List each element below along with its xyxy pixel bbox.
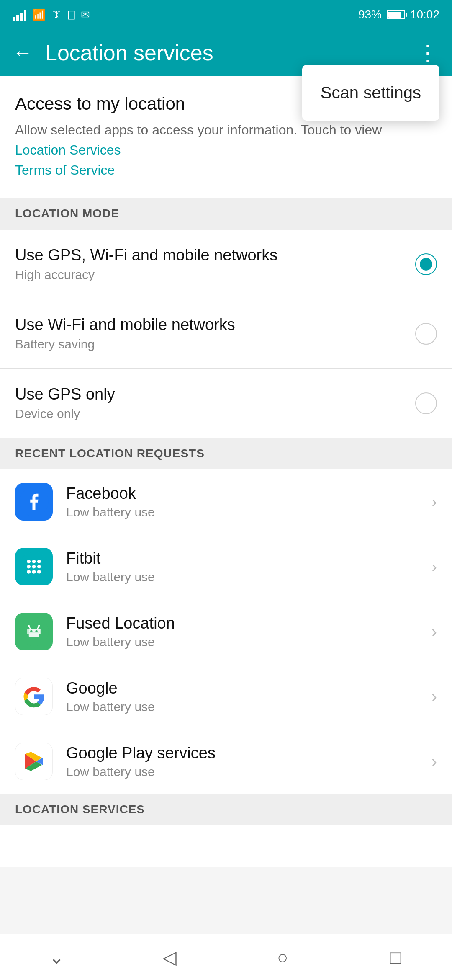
mode-subtitle: Device only (15, 407, 115, 421)
terms-of-service-link[interactable]: Terms of Service (15, 162, 115, 178)
list-item[interactable]: Google Play services Low battery use › (0, 729, 452, 794)
location-mode-item[interactable]: Use Wi-Fi and mobile networks Battery sa… (0, 299, 452, 369)
signal-icon (13, 9, 26, 21)
location-mode-item[interactable]: Use GPS, Wi-Fi and mobile networks High … (0, 230, 452, 299)
chevron-right-icon: › (431, 557, 437, 576)
app-info: Facebook Low battery use (66, 485, 431, 519)
wifi-icon: 📶 (32, 8, 46, 21)
app-battery: Low battery use (66, 700, 431, 714)
app-info: Google Play services Low battery use (66, 744, 431, 779)
scan-settings-menu-item[interactable]: Scan settings (302, 69, 439, 116)
app-name: Fitbit (66, 549, 431, 567)
location-mode-header: Location Mode (0, 198, 452, 230)
battery-icon (387, 10, 405, 19)
back-icon: ◁ (162, 946, 177, 968)
app-battery: Low battery use (66, 505, 431, 519)
google-play-icon (15, 743, 53, 780)
svg-point-2 (27, 560, 31, 563)
app-bar-left: ← Location services (13, 40, 213, 65)
fitbit-icon (15, 548, 53, 585)
recent-requests-header: Recent Location Requests (0, 438, 452, 469)
access-location-description: Allow selected apps to access your infor… (15, 120, 387, 180)
app-battery: Low battery use (66, 765, 431, 779)
app-name: Fused Location (66, 614, 431, 632)
svg-point-14 (28, 625, 30, 627)
fused-icon (15, 613, 53, 650)
home-icon: ○ (277, 947, 288, 968)
nav-down-button[interactable]: ⌄ (0, 934, 113, 980)
footer-spacer (0, 825, 452, 867)
app-name: Google Play services (66, 744, 431, 762)
recent-icon: □ (390, 947, 401, 968)
mail-icon: ✉ (81, 8, 90, 21)
list-item[interactable]: Google Low battery use › (0, 664, 452, 729)
list-item[interactable]: Facebook Low battery use › (0, 469, 452, 534)
clock: 10:02 (410, 8, 439, 21)
status-bar-right: 93% 10:02 (358, 8, 439, 21)
app-battery: Low battery use (66, 635, 431, 649)
chevron-right-icon: › (431, 687, 437, 706)
mode-text: Use GPS, Wi-Fi and mobile networks High … (15, 246, 277, 282)
app-info: Fused Location Low battery use (66, 614, 431, 649)
app-name: Google (66, 679, 431, 697)
list-item[interactable]: Fitbit Low battery use › (0, 534, 452, 599)
svg-point-8 (27, 570, 31, 574)
nav-home-button[interactable]: ○ (226, 934, 339, 980)
location-services-footer: Location Services (0, 794, 452, 825)
svg-point-10 (37, 570, 41, 574)
access-desc-text: Allow selected apps to access your infor… (15, 122, 382, 137)
svg-point-13 (36, 630, 38, 632)
mode-text: Use GPS only Device only (15, 385, 115, 421)
svg-point-6 (32, 565, 36, 569)
grid-icon: ⎕ (68, 8, 75, 21)
radio-gps-only[interactable] (415, 392, 437, 414)
svg-point-4 (37, 560, 41, 563)
nav-recent-button[interactable]: □ (339, 934, 452, 980)
back-button[interactable]: ← (13, 43, 33, 63)
mode-subtitle: Battery saving (15, 337, 235, 351)
status-bar-left: 📶 ⯰ ⎕ ✉ (13, 8, 90, 21)
mode-subtitle: High accuracy (15, 268, 277, 282)
status-bar: 📶 ⯰ ⎕ ✉ 93% 10:02 (0, 0, 452, 29)
app-info: Fitbit Low battery use (66, 549, 431, 584)
nav-back-button[interactable]: ◁ (113, 934, 226, 980)
location-mode-item[interactable]: Use GPS only Device only (0, 369, 452, 438)
down-icon: ⌄ (49, 946, 64, 968)
chevron-right-icon: › (431, 493, 437, 511)
svg-point-9 (32, 570, 36, 574)
svg-point-5 (27, 565, 31, 569)
app-name: Facebook (66, 485, 431, 503)
bottom-nav: ⌄ ◁ ○ □ (0, 934, 452, 980)
mode-text: Use Wi-Fi and mobile networks Battery sa… (15, 316, 235, 351)
bluetooth-icon: ⯰ (51, 8, 62, 21)
mode-title: Use GPS, Wi-Fi and mobile networks (15, 246, 277, 264)
svg-point-12 (30, 630, 32, 632)
svg-point-3 (32, 560, 36, 563)
page-title: Location services (45, 40, 213, 65)
app-battery: Low battery use (66, 570, 431, 584)
battery-percent: 93% (358, 8, 382, 21)
svg-point-15 (38, 625, 40, 627)
google-icon (15, 678, 53, 715)
chevron-right-icon: › (431, 752, 437, 771)
more-options-button[interactable]: ⋮ (417, 40, 439, 65)
facebook-icon (15, 483, 53, 521)
list-item[interactable]: Fused Location Low battery use › (0, 599, 452, 664)
mode-title: Use GPS only (15, 385, 115, 403)
radio-gps-wifi-mobile[interactable] (415, 253, 437, 275)
mode-title: Use Wi-Fi and mobile networks (15, 316, 235, 334)
app-info: Google Low battery use (66, 679, 431, 714)
app-list: Facebook Low battery use › Fitbit Low ba… (0, 469, 452, 794)
svg-point-7 (37, 565, 41, 569)
dropdown-menu: Scan settings (302, 65, 439, 121)
chevron-right-icon: › (431, 622, 437, 641)
location-services-link[interactable]: Location Services (15, 142, 121, 157)
radio-wifi-mobile[interactable] (415, 323, 437, 345)
location-mode-list: Use GPS, Wi-Fi and mobile networks High … (0, 230, 452, 438)
